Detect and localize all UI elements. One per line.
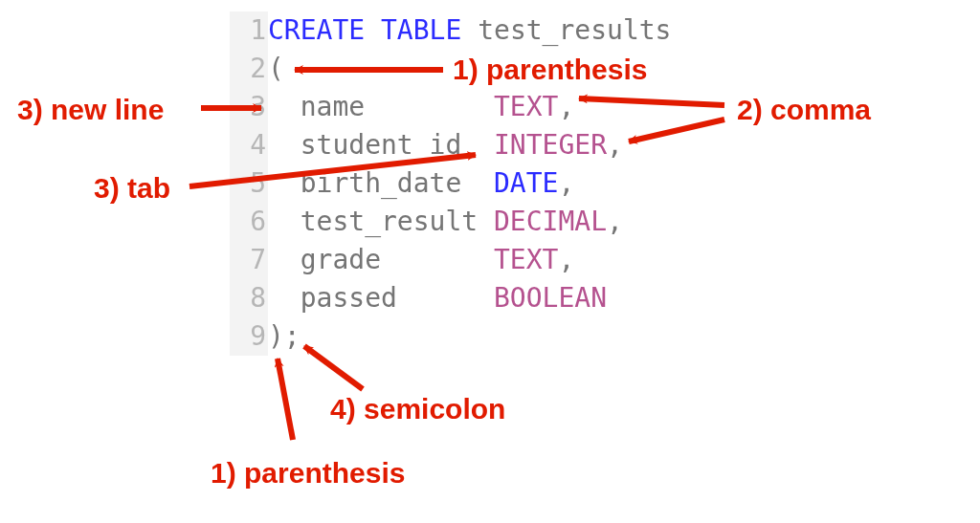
line-number: 4: [230, 126, 268, 164]
code-content: passed BOOLEAN: [268, 279, 607, 317]
token-plain: grade: [268, 244, 494, 275]
token-plain: [365, 14, 381, 46]
code-line-8: 8 passed BOOLEAN: [230, 279, 671, 317]
token-plain: passed: [268, 282, 494, 314]
token-kw2: TEXT: [494, 244, 558, 275]
token-plain: name: [268, 91, 494, 122]
token-plain: test_result: [268, 206, 494, 237]
arrow-parenthesis-bot: [278, 359, 293, 440]
token-punct: ,: [607, 129, 623, 161]
token-punct: ,: [558, 244, 574, 275]
line-number: 2: [230, 50, 268, 88]
code-line-4: 4 student_id INTEGER,: [230, 126, 671, 164]
code-content: );: [268, 317, 301, 356]
token-kw: DATE: [494, 167, 558, 199]
token-plain: test_results: [461, 14, 671, 46]
code-content: name TEXT,: [268, 88, 574, 126]
token-kw: TABLE: [381, 14, 461, 46]
token-kw2: INTEGER: [494, 129, 607, 161]
code-content: birth_date DATE,: [268, 164, 574, 203]
annot-newline: 3) new line: [17, 96, 164, 124]
token-punct: ,: [558, 91, 574, 122]
code-content: (: [268, 50, 284, 88]
code-line-7: 7 grade TEXT,: [230, 241, 671, 279]
token-kw: CREATE: [268, 14, 365, 46]
line-number: 8: [230, 279, 268, 317]
code-line-1: 1CREATE TABLE test_results: [230, 11, 671, 50]
annot-comma: 2) comma: [737, 96, 871, 124]
code-content: CREATE TABLE test_results: [268, 11, 671, 50]
line-number: 7: [230, 241, 268, 279]
stage: 1CREATE TABLE test_results2(3 name TEXT,…: [0, 0, 980, 523]
annot-parenthesis-bot: 1) parenthesis: [211, 459, 405, 488]
token-kw2: BOOLEAN: [494, 282, 607, 314]
token-punct: ,: [558, 167, 574, 199]
token-punct: (: [268, 53, 284, 84]
code-line-5: 5 birth_date DATE,: [230, 164, 671, 203]
annot-tab: 3) tab: [94, 174, 170, 203]
line-number: 5: [230, 164, 268, 203]
line-number: 6: [230, 203, 268, 241]
line-number: 9: [230, 317, 268, 356]
token-punct: );: [268, 320, 301, 352]
token-kw2: DECIMAL: [494, 206, 607, 237]
code-content: student_id INTEGER,: [268, 126, 623, 164]
code-line-6: 6 test_result DECIMAL,: [230, 203, 671, 241]
token-plain: student_id: [268, 129, 494, 161]
token-kw2: TEXT: [494, 91, 558, 122]
token-punct: ,: [607, 206, 623, 237]
annot-semicolon: 4) semicolon: [330, 395, 505, 424]
code-line-3: 3 name TEXT,: [230, 88, 671, 126]
code-line-9: 9);: [230, 317, 671, 356]
line-number: 1: [230, 11, 268, 50]
code-content: grade TEXT,: [268, 241, 574, 279]
annot-parenthesis-top: 1) parenthesis: [453, 55, 647, 84]
line-number: 3: [230, 88, 268, 126]
code-content: test_result DECIMAL,: [268, 203, 623, 241]
token-plain: birth_date: [268, 167, 494, 199]
